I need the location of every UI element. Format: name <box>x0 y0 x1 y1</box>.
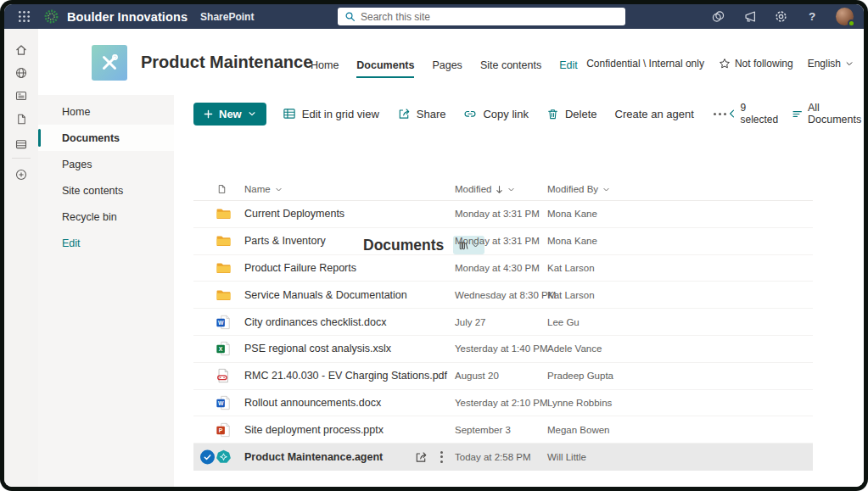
share-icon <box>397 107 411 120</box>
column-header-modified[interactable]: Modified <box>455 184 515 194</box>
file-name[interactable]: Site deployment process.pptx <box>244 424 384 436</box>
more-icon[interactable] <box>712 113 728 115</box>
follow-button[interactable]: Not following <box>719 58 793 70</box>
page-icon[interactable] <box>4 109 38 129</box>
brand-name: Boulder Innovations <box>67 10 188 24</box>
home-icon[interactable] <box>4 40 38 60</box>
file-name[interactable]: Current Deployments <box>244 208 344 220</box>
column-header-modified-by[interactable]: Modified By <box>547 184 610 194</box>
search-box[interactable] <box>338 8 625 25</box>
file-name[interactable]: Parts & Inventory <box>244 235 326 247</box>
file-name[interactable]: Product Maintenance.agent <box>244 451 383 463</box>
search-input[interactable] <box>361 11 619 23</box>
modified-by-value: Lynne Robbins <box>547 398 612 408</box>
site-logo[interactable] <box>92 45 127 81</box>
file-name[interactable]: Rollout announcements.docx <box>244 397 381 409</box>
sidebar-item-label: Site contents <box>62 185 123 197</box>
table-row-selected[interactable]: Product Maintenance.agent Today at 2:58 … <box>193 444 813 471</box>
brand-logo-icon <box>43 8 59 25</box>
tab-documents[interactable]: Documents <box>356 59 414 71</box>
modified-value: Monday at 4:30 PM <box>455 263 540 273</box>
suite-icon-cluster: ? <box>710 8 854 25</box>
folder-icon <box>216 208 232 220</box>
selection-count[interactable]: 9 selected <box>728 102 781 126</box>
table-row[interactable]: Current Deployments Monday at 3:31 PM Mo… <box>193 201 813 228</box>
site-header: Product Maintenance Home Documents Pages… <box>38 29 864 95</box>
modified-by-value: Pradeep Gupta <box>547 371 613 381</box>
follow-label: Not following <box>735 58 793 70</box>
gear-icon[interactable] <box>773 9 788 25</box>
globe-icon[interactable] <box>4 63 38 83</box>
modified-value: Monday at 3:31 PM <box>455 209 540 219</box>
rail-divider <box>12 158 31 159</box>
edit-in-grid-view-button[interactable]: Edit in grid view <box>283 107 379 120</box>
sidebar-item-pages[interactable]: Pages <box>38 151 174 177</box>
site-nav: Home Documents Pages Site contents Edit <box>311 59 578 71</box>
suite-bar: Boulder Innovations SharePoint ? <box>4 4 864 29</box>
news-icon[interactable] <box>4 86 38 106</box>
powerpoint-file-icon: P <box>216 422 231 438</box>
modified-value: August 20 <box>455 371 499 381</box>
share-button[interactable]: Share <box>397 107 446 120</box>
modified-by-value: Mona Kane <box>547 236 597 246</box>
app-launcher-icon[interactable] <box>13 8 35 26</box>
row-more-actions-button[interactable] <box>438 449 445 466</box>
copy-link-button[interactable]: Copy link <box>463 107 528 120</box>
file-name[interactable]: PSE regional cost analysis.xslx <box>244 343 391 354</box>
folder-icon <box>216 235 232 248</box>
sharepoint-app: Boulder Innovations SharePoint ? <box>4 4 864 487</box>
table-row[interactable]: X PSE regional cost analysis.xslx Yester… <box>193 336 813 363</box>
file-name[interactable]: Product Failure Reports <box>244 262 356 274</box>
modified-by-value: Adele Vance <box>547 343 602 354</box>
view-selector[interactable]: All Documents <box>792 102 864 126</box>
new-button[interactable]: New <box>193 103 266 126</box>
tab-pages[interactable]: Pages <box>432 59 462 71</box>
row-checkbox[interactable] <box>200 449 215 464</box>
table-row[interactable]: Product Failure Reports Monday at 4:30 P… <box>193 255 813 282</box>
library-icon[interactable] <box>4 134 38 154</box>
table-header: Name Modified Modified By <box>193 178 813 201</box>
table-row[interactable]: W Rollout announcements.docx Yesterday a… <box>193 390 813 417</box>
sort-descending-icon <box>496 185 503 194</box>
plus-icon <box>204 109 213 119</box>
table-row[interactable]: Service Manuals & Documentation Wednesda… <box>193 282 813 309</box>
chevron-left-icon <box>728 109 736 119</box>
copilot-icon[interactable] <box>710 9 725 25</box>
modified-by-value: Will Little <box>547 452 586 462</box>
file-name[interactable]: City ordinances checklist.docx <box>244 316 386 328</box>
file-name[interactable]: Service Manuals & Documentation <box>244 289 407 301</box>
table-row[interactable]: W City ordinances checklist.docx July 27… <box>193 309 813 336</box>
tab-edit[interactable]: Edit <box>559 59 578 71</box>
avatar[interactable] <box>836 8 854 25</box>
sidebar-item-site-contents[interactable]: Site contents <box>38 177 174 204</box>
chevron-down-icon <box>602 186 610 193</box>
file-name[interactable]: RMC 21.40.030 - EV Charging Stations.pdf <box>244 370 447 382</box>
megaphone-icon[interactable] <box>742 9 757 25</box>
sidebar-item-documents[interactable]: Documents <box>38 125 174 151</box>
tools-logo-icon <box>99 53 120 73</box>
tab-home[interactable]: Home <box>311 59 339 71</box>
table-row[interactable]: Parts & Inventory Monday at 3:31 PM Mona… <box>193 228 813 255</box>
modified-by-value: Kat Larson <box>547 263 595 273</box>
sidebar-item-label: Documents <box>62 132 120 144</box>
file-type-column-icon[interactable] <box>216 184 227 195</box>
delete-button[interactable]: Delete <box>546 108 597 120</box>
modified-value: September 3 <box>455 425 511 435</box>
tab-site-contents[interactable]: Site contents <box>480 59 541 71</box>
table-row[interactable]: RMC 21.40.030 - EV Charging Stations.pdf… <box>193 363 813 390</box>
add-circle-icon[interactable] <box>4 165 38 185</box>
chevron-down-icon <box>845 59 854 68</box>
product-name[interactable]: SharePoint <box>200 11 254 23</box>
row-share-button[interactable] <box>414 450 428 464</box>
sidebar-item-recycle-bin[interactable]: Recycle bin <box>38 204 174 230</box>
create-agent-button[interactable]: Create an agent <box>615 108 694 120</box>
table-row[interactable]: P Site deployment process.pptx September… <box>193 416 813 444</box>
help-icon[interactable]: ? <box>804 9 820 25</box>
sidebar-item-edit[interactable]: Edit <box>38 230 174 256</box>
command-label: Create an agent <box>615 108 694 120</box>
column-header-name[interactable]: Name <box>244 184 283 194</box>
language-selector[interactable]: English <box>808 58 854 70</box>
sidebar-item-home[interactable]: Home <box>38 98 174 125</box>
page-icon <box>216 184 227 195</box>
chevron-down-icon <box>507 186 515 193</box>
